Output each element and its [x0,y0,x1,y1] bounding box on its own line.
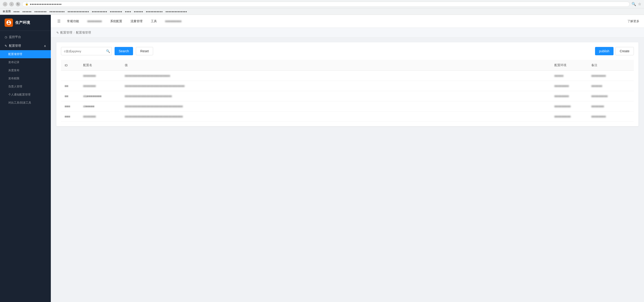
bookmark-3[interactable]: ●●●●●●●● [34,10,47,13]
sidebar-sub-item-config-item[interactable]: 配置项管理 [0,50,51,58]
main-content: 🔍 Search Reset publish Create [51,38,644,131]
cell-value-0: ●●●●●●●●●●●●●●●●●●●●●●●●● [121,71,551,81]
cell-id-1: ●● [61,81,80,91]
nav-right: 了解更多 [627,19,640,23]
content-area: ✎ 配置管理 / 配置项管理 🔍 Search Reset [51,28,644,302]
table-row: ●●● ●●●●●●● ●●●●●●●●●●●●●●●●●●●●●●●●●●●●… [61,111,634,122]
search-button[interactable]: Search [114,47,133,55]
cell-remark-0: ●●●●●●●● [588,71,634,81]
cell-name-4: ●●●●●●● [80,111,121,122]
cell-remark-2: ●●●●●●●●● [588,91,634,101]
cell-name-0: ●●●●●●● [80,71,121,81]
sidebar-sub-item-publish-auth[interactable]: 发布权限 [0,75,51,83]
col-header-env: 配置环境 [551,60,588,71]
table-row: ●● ●●●●●●● ●●●●●●●●●●●●●●●●●●●●●●●●●●●●●… [61,81,634,91]
zoom-icon[interactable]: 🔍 [632,2,636,6]
sidebar-sub-item-label-5: 负责人管理 [8,85,22,89]
search-icon[interactable]: 🔍 [106,49,110,53]
bookmark-7[interactable]: ●●●●●●●● [110,10,122,13]
back-button[interactable]: ‹ [3,2,8,7]
nav-item-feature3[interactable]: 流量管理 [127,17,146,25]
col-header-id: ID [61,60,80,71]
cell-env-2: ●●●●●●●● [551,91,588,101]
bookmark-2[interactable]: ●●●●●● [22,10,32,13]
sidebar-logo: 生产环境 [0,15,51,31]
bookmark-8[interactable]: ●●●● [125,10,131,13]
sidebar-sub-item-label-1: 配置项管理 [8,52,22,56]
nav-item-feature1[interactable]: ●●●●●●●● [84,18,106,25]
action-buttons: publish Create [595,47,634,55]
search-input[interactable] [61,47,112,55]
nav-item-feature5[interactable]: ●●●●●●●●● [162,18,185,25]
cell-name-3: xi●●●●● [80,101,121,111]
bookmark-5[interactable]: ●●●●●●●●●●●●●● [68,10,89,13]
sidebar-sub-item-compare[interactable]: 对比工具/回滚工具 [0,99,51,107]
sidebar: 生产环境 ◷ 监控平台 ✎ 配置管理 ∧ 配置项管理 [0,15,51,302]
publish-button[interactable]: publish [595,47,614,55]
nav-toggle-button[interactable]: ☰ [56,17,62,25]
breadcrumb-item-2: 配置项管理 [76,31,91,35]
sidebar-sub-item-notify[interactable]: 个人通知配置管理 [0,91,51,99]
cell-env-1: ●●●●●●●● [551,81,588,91]
sidebar-item-monitor[interactable]: ◷ 监控平台 [0,33,51,41]
cell-remark-3: ●●●●●●● [588,101,634,111]
cell-env-3: ●●●●●●●●● [551,101,588,111]
table-row: ●●●●●●● ●●●●●●●●●●●●●●●●●●●●●●●●● ●●●●● … [61,71,634,81]
nav-item-regular[interactable]: 常规功能 [63,17,83,25]
cell-name-1: ●●●●●●● [80,81,121,91]
sidebar-sub-item-label-2: 发布记录 [8,60,20,64]
logo-icon [4,19,13,27]
breadcrumb-item-1: 配置管理 [60,31,72,35]
search-bar: 🔍 Search Reset publish Create [61,47,634,55]
cell-value-1: ●●●●●●●●●●●●●●●●●●●●●●●●●●●●●●●●● [121,81,551,91]
col-header-value: 值 [121,60,551,71]
sidebar-item-config-label: 配置管理 [9,44,21,48]
breadcrumb: ✎ 配置管理 / 配置项管理 [51,28,644,38]
browser-icons: 🔍 ☆ [632,2,641,6]
top-nav: ☰ 常规功能 ●●●●●●●● 系统配置 流量管理 工具 ●●●●●●●●● 了… [51,15,644,28]
bookmark-4[interactable]: ●●●●●●●●●● [50,10,65,13]
bookmark-apps[interactable]: ⊞ 应用 [3,10,11,13]
data-table: ID 配置名 值 配置环境 备注 ●●●●●●● ●●●●●● [61,60,634,122]
bookmark-1[interactable]: ●●●● [14,10,20,13]
cell-env-4: ●●●●●●●●● [551,111,588,122]
sidebar-menu: ◷ 监控平台 ✎ 配置管理 ∧ 配置项管理 发布记录 灰度发布 [0,31,51,109]
sidebar-sub-item-label-7: 对比工具/回滚工具 [8,101,31,105]
sidebar-item-config[interactable]: ✎ 配置管理 ∧ [0,41,51,50]
url-bar[interactable]: 🔒 ●●●●●●●●●●●●●●●●●●● [22,2,630,7]
sidebar-sub-item-publish-record[interactable]: 发布记录 [0,58,51,66]
bookmark-6[interactable]: ●●●●●●●●●● [92,10,107,13]
bookmark-11[interactable]: ●●●●●●●●●●●●●● [166,10,187,13]
forward-button[interactable]: › [9,2,14,7]
bookmarks-bar: ⊞ 应用 ●●●● ●●●●●● ●●●●●●●● ●●●●●●●●●● ●●●… [0,8,644,15]
bookmark-10[interactable]: ●●●●●●●●●●● [146,10,162,13]
refresh-button[interactable]: ↻ [16,2,20,7]
create-button[interactable]: Create [615,47,634,55]
sidebar-sub-item-label-3: 灰度发布 [8,69,20,72]
nav-item-feature4[interactable]: 工具 [147,17,160,25]
sidebar-sub-item-label-6: 个人通知配置管理 [8,93,30,97]
monitor-icon: ◷ [4,35,7,39]
nav-user[interactable]: 了解更多 [627,19,640,23]
chevron-up-icon: ∧ [44,44,46,48]
table-row: ●●● xi●●●●● ●●●●●●●●●●●●●●●●●●●●●●●●●●●●… [61,101,634,111]
col-header-remark: 备注 [588,60,634,71]
logo-text: 生产环境 [15,20,30,25]
browser-chrome: ‹ › ↻ 🔒 ●●●●●●●●●●●●●●●●●●● 🔍 ☆ [0,0,644,8]
bookmark-9[interactable]: ●●●●●● [134,10,143,13]
cell-id-3: ●●● [61,101,80,111]
table-body: ●●●●●●● ●●●●●●●●●●●●●●●●●●●●●●●●● ●●●●● … [61,71,634,122]
content-card: 🔍 Search Reset publish Create [56,42,638,126]
cell-remark-4: ●●●●●●●● [588,111,634,122]
reset-button[interactable]: Reset [136,47,153,55]
sidebar-sub-item-owner[interactable]: 负责人管理 [0,83,51,91]
sidebar-sub-item-gray-publish[interactable]: 灰度发布 [0,66,51,75]
bookmark-star-icon[interactable]: ☆ [638,2,641,6]
cell-id-0 [61,71,80,81]
sidebar-item-monitor-label: 监控平台 [9,35,21,39]
search-input-wrap: 🔍 [61,47,112,55]
breadcrumb-sep: / [74,31,74,35]
cell-name-2: xia●●●●●●●● [80,91,121,101]
cell-id-2: ●● [61,91,80,101]
nav-item-system[interactable]: 系统配置 [106,17,126,25]
